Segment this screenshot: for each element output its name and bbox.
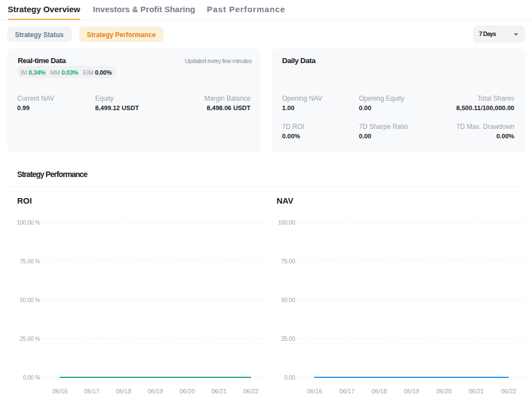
svg-text:06/16: 06/16	[307, 388, 322, 394]
svg-text:06/22: 06/22	[501, 388, 517, 394]
svg-text:50.00: 50.00	[281, 297, 295, 303]
svg-text:06/18: 06/18	[372, 388, 387, 394]
svg-text:06/17: 06/17	[84, 388, 100, 394]
svg-text:25.00: 25.00	[281, 335, 295, 342]
svg-text:06/21: 06/21	[211, 388, 227, 394]
svg-text:06/17: 06/17	[340, 388, 355, 394]
svg-text:100.00 %: 100.00 %	[17, 219, 40, 226]
svg-text:0.00 %: 0.00 %	[23, 374, 40, 381]
svg-text:06/19: 06/19	[148, 388, 163, 394]
svg-text:06/21: 06/21	[468, 388, 484, 394]
svg-text:100.00: 100.00	[278, 219, 295, 226]
svg-text:06/19: 06/19	[404, 388, 419, 394]
svg-text:06/16: 06/16	[53, 388, 68, 394]
svg-text:25.00 %: 25.00 %	[20, 335, 40, 342]
svg-text:75.00: 75.00	[281, 258, 295, 264]
svg-text:06/22: 06/22	[243, 388, 259, 394]
svg-text:50.00 %: 50.00 %	[20, 297, 40, 303]
svg-text:75.00 %: 75.00 %	[20, 258, 40, 264]
svg-text:06/20: 06/20	[436, 388, 452, 394]
svg-text:0.00: 0.00	[284, 374, 295, 381]
svg-text:06/18: 06/18	[116, 388, 132, 394]
svg-text:06/20: 06/20	[180, 388, 195, 394]
